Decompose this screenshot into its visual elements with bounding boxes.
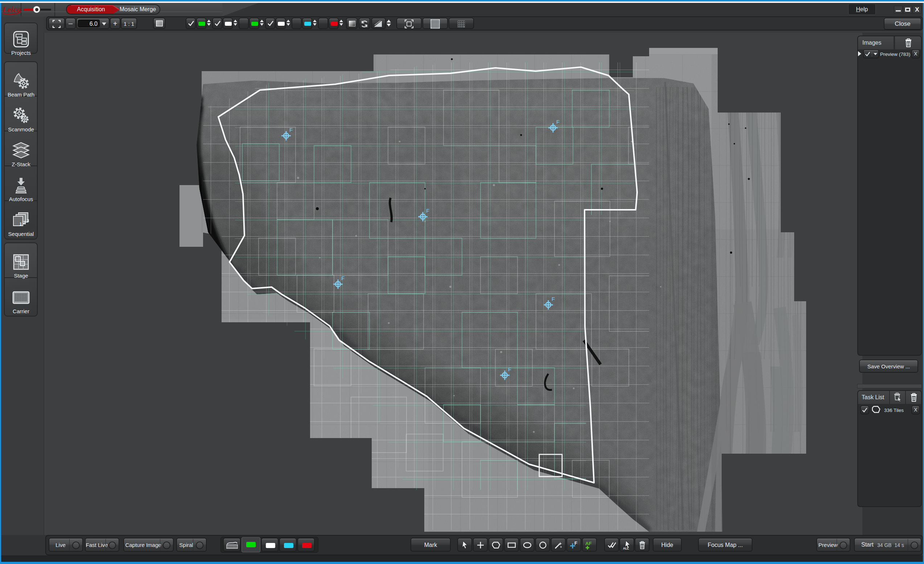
- svg-text:F: F: [426, 208, 429, 214]
- svg-text:2: 2: [23, 220, 26, 225]
- svg-text:F: F: [556, 119, 560, 125]
- svg-text:F: F: [341, 275, 345, 281]
- svg-text:1: 1: [20, 222, 22, 226]
- svg-text:ALL: ALL: [623, 547, 629, 550]
- svg-text:3: 3: [27, 218, 29, 223]
- svg-text:Leica: Leica: [3, 5, 21, 14]
- svg-text:F: F: [552, 296, 555, 302]
- svg-text:F: F: [508, 366, 512, 372]
- svg-text:AF: AF: [585, 541, 591, 546]
- svg-text:F: F: [290, 127, 292, 133]
- svg-text:F: F: [574, 540, 578, 546]
